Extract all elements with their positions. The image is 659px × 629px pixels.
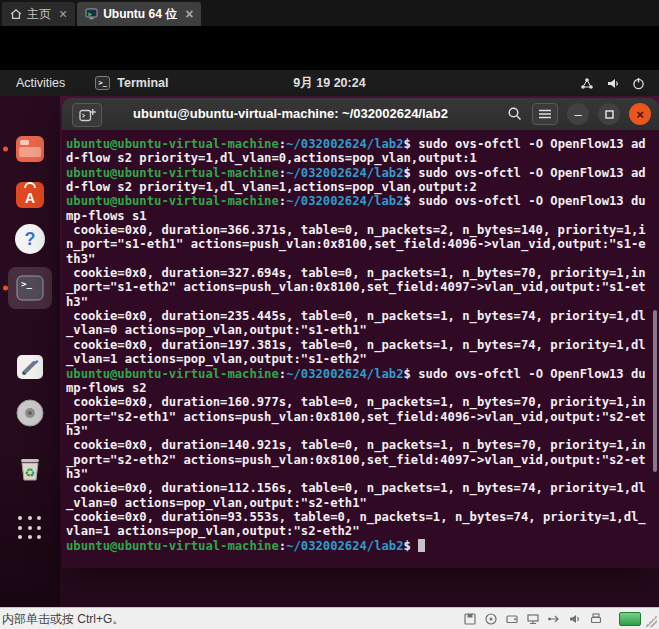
system-tray [580,70,645,96]
dock-item-text-editor[interactable] [0,350,60,384]
desktop: A ? >_ [0,96,659,607]
running-indicator [3,147,8,152]
tab-home[interactable]: 主页 × [2,2,75,26]
new-tab-button[interactable] [72,103,102,127]
terminal-icon: >_ [13,271,47,305]
terminal-line: cookie=0x0, duration=327.694s, table=0, … [66,266,655,280]
terminal-line: _vlan=0 actions=pop_vlan,output:"s2-eth1… [66,496,655,510]
status-message: 内部单击或按 Ctrl+G。 [2,611,124,628]
gnome-top-bar: Activities >_ Terminal 9月 19 20:24 [0,70,659,96]
ubuntu-software-icon: A [13,178,47,212]
terminal-line: n_port="s1-eth1" actions=push_vlan:0x810… [66,237,655,251]
dock-item-help[interactable]: ? [0,224,60,254]
vm-state-indicator[interactable] [619,612,641,626]
maximize-icon [605,110,614,119]
svg-text:♻: ♻ [25,466,36,480]
minimize-button[interactable]: – [567,103,589,125]
resize-grip[interactable] [645,615,657,627]
device-icons [463,608,603,629]
terminal-line: ubuntu@ubuntu-virtual-machine:~/03200262… [66,367,655,381]
terminal-line: ubuntu@ubuntu-virtual-machine:~/03200262… [66,539,655,553]
dock-item-files[interactable] [0,132,60,166]
vmware-tab-bar: 主页 × Ubuntu 64 位 × [0,0,659,26]
text-editor-icon [13,350,47,384]
terminal-line: ubuntu@ubuntu-virtual-machine:~/03200262… [66,137,655,151]
dock-item-ubuntu-software[interactable]: A [0,178,60,212]
network-adapter-icon[interactable] [526,612,540,626]
scrollbar-thumb[interactable] [653,310,657,472]
volume-icon[interactable] [606,77,620,90]
terminal-window: ubuntu@ubuntu-virtual-machine: ~/0320026… [62,98,659,568]
terminal-line: ubuntu@ubuntu-virtual-machine:~/03200262… [66,166,655,180]
terminal-line: cookie=0x0, duration=366.371s, table=0, … [66,223,655,237]
terminal-line: _port="s2-eth2" actions=push_vlan:0x8100… [66,453,655,467]
hamburger-icon [538,109,552,119]
vmware-workstation-window: 主页 × Ubuntu 64 位 × Activities >_ Termina… [0,0,659,629]
terminal-line: th3" [66,252,655,266]
terminal-line: ubuntu@ubuntu-virtual-machine:~/03200262… [66,194,655,208]
terminal-line: d-flow s2 priority=1,dl_vlan=1,actions=p… [66,180,655,194]
terminal-line: cookie=0x0, duration=112.156s, table=0, … [66,481,655,495]
vmware-status-bar: 内部单击或按 Ctrl+G。 [0,607,659,629]
terminal-line: mp-flows s1 [66,209,655,223]
terminal-line: h3" [66,295,655,309]
terminal-line: h3" [66,424,655,438]
disc-icon [13,396,47,430]
dock-item-app-grid[interactable] [0,516,60,540]
terminal-line: _port="s2-eth1" actions=push_vlan:0x8100… [66,410,655,424]
terminal-line: cookie=0x0, duration=93.553s, table=0, n… [66,510,655,524]
search-icon[interactable] [507,106,523,122]
menu-button[interactable] [532,103,558,125]
terminal-line: vlan=1 actions=pop_vlan,output:"s2-eth2" [66,524,655,538]
terminal-line: h3" [66,467,655,481]
sound-icon[interactable] [568,612,582,626]
dock: A ? >_ [0,96,60,607]
floppy-disk-icon[interactable] [463,612,477,626]
network-icon[interactable] [580,77,594,90]
terminal-line: cookie=0x0, duration=140.921s, table=0, … [66,438,655,452]
terminal-titlebar: ubuntu@ubuntu-virtual-machine: ~/0320026… [62,98,659,131]
terminal-line: _port="s1-eth2" actions=push_vlan:0x8100… [66,280,655,294]
cd-rom-icon[interactable] [484,612,498,626]
close-tab-icon[interactable]: × [59,7,67,21]
vm-display: Activities >_ Terminal 9月 19 20:24 [0,26,659,607]
hard-disk-icon[interactable] [505,612,519,626]
app-grid-icon [18,516,42,540]
new-tab-icon [79,108,96,122]
terminal-title: ubuntu@ubuntu-virtual-machine: ~/0320026… [112,98,469,130]
home-icon [10,8,22,20]
terminal-content: ubuntu@ubuntu-virtual-machine:~/03200262… [62,130,659,568]
printer-icon[interactable] [589,612,603,626]
terminal-line: cookie=0x0, duration=160.977s, table=0, … [66,395,655,409]
help-icon: ? [15,224,45,254]
maximize-button[interactable] [598,103,620,125]
terminal-line: cookie=0x0, duration=235.445s, table=0, … [66,309,655,323]
terminal-line: _vlan=0 actions=pop_vlan,output:"s1-eth1… [66,323,655,337]
svg-text:A: A [25,190,35,206]
svg-text:>_: >_ [21,279,32,289]
terminal-line: _vlan=1 actions=pop_vlan,output:"s1-eth2… [66,352,655,366]
close-button[interactable]: × [629,103,651,125]
terminal-line: mp-flows s2 [66,381,655,395]
files-icon [13,132,47,166]
close-tab-icon[interactable]: × [185,7,193,21]
power-icon[interactable] [632,77,645,90]
dock-item-trash[interactable]: ♻ [0,452,60,486]
terminal-line: cookie=0x0, duration=197.381s, table=0, … [66,338,655,352]
tab-home-label: 主页 [27,6,51,23]
dock-item-terminal[interactable]: >_ [0,271,60,305]
terminal-cursor [418,539,425,552]
dock-item-disc[interactable] [0,396,60,430]
terminal-line: d-flow s2 priority=1,dl_vlan=0,actions=p… [66,151,655,165]
tab-vm-label: Ubuntu 64 位 [103,6,177,23]
usb-device-icon[interactable] [547,612,561,626]
titlebar-controls: – × [507,98,651,130]
running-indicator [3,286,8,291]
clock[interactable]: 9月 19 20:24 [0,75,659,92]
tab-ubuntu-vm[interactable]: Ubuntu 64 位 × [77,2,201,26]
trash-icon: ♻ [13,452,47,486]
vm-monitor-icon [85,8,98,20]
